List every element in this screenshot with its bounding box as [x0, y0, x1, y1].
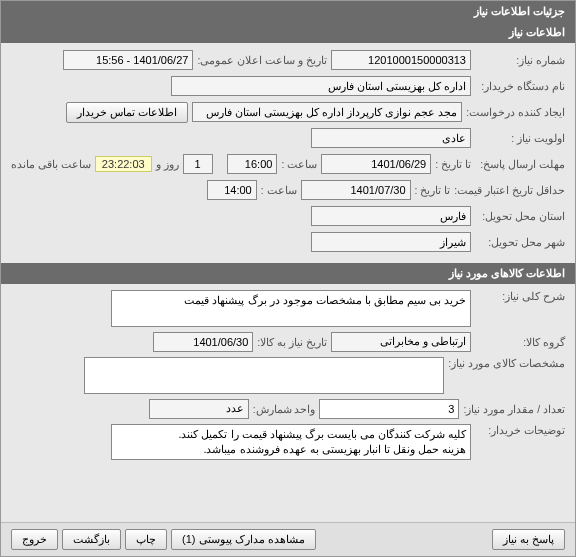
attachments-button[interactable]: مشاهده مدارک پیوستی (1): [171, 529, 316, 550]
section2-body: شرح کلی نیاز: گروه کالا: تاریخ نیاز به ک…: [1, 284, 575, 522]
spec-field[interactable]: [84, 357, 444, 394]
days-remaining-field: [183, 154, 213, 174]
group-label: گروه کالا:: [475, 336, 565, 348]
announce-label: تاریخ و ساعت اعلان عمومی:: [197, 54, 327, 66]
province-field: [311, 206, 471, 226]
countdown-time: 23:22:03: [95, 156, 152, 172]
titlebar: جزئیات اطلاعات نیاز: [1, 1, 575, 22]
req-no-label: شماره نیاز:: [475, 54, 565, 66]
bottom-bar: خروج بازگشت چاپ مشاهده مدارک پیوستی (1) …: [1, 522, 575, 556]
deadline-label: مهلت ارسال پاسخ:: [475, 158, 565, 170]
creator-label: ایجاد کننده درخواست:: [466, 106, 565, 118]
announce-field: [63, 50, 193, 70]
city-field: [311, 232, 471, 252]
item-date-field: [153, 332, 253, 352]
deadline-date-field: [321, 154, 431, 174]
back-button[interactable]: بازگشت: [62, 529, 121, 550]
desc-field[interactable]: [111, 290, 471, 327]
section2-header: اطلاعات کالاهای مورد نیاز: [1, 263, 575, 284]
province-label: استان محل تحویل:: [475, 210, 565, 222]
qty-label: تعداد / مقدار مورد نیاز:: [463, 403, 565, 415]
unit-label: واحد شمارش:: [253, 403, 316, 415]
contact-buyer-button[interactable]: اطلاعات تماس خریدار: [66, 102, 188, 123]
print-button[interactable]: چاپ: [125, 529, 167, 550]
spec-label: مشخصات کالای مورد نیاز:: [448, 357, 565, 369]
validity-time-field: [207, 180, 257, 200]
validity-label: حداقل تاریخ اعتبار قیمت:: [454, 184, 565, 196]
notes-label: توضیحات خریدار:: [475, 424, 565, 436]
group-field: [331, 332, 471, 352]
deadline-time-field: [227, 154, 277, 174]
priority-field: [311, 128, 471, 148]
remain-label: ساعت باقی مانده: [11, 158, 91, 170]
priority-label: اولویت نیاز :: [475, 132, 565, 144]
unit-field: [149, 399, 249, 419]
buyer-label: نام دستگاه خریدار:: [475, 80, 565, 92]
section1-header: اطلاعات نیاز: [1, 22, 575, 43]
respond-button[interactable]: پاسخ به نیاز: [492, 529, 565, 550]
buyer-field: [171, 76, 471, 96]
notes-field[interactable]: [111, 424, 471, 461]
exit-button[interactable]: خروج: [11, 529, 58, 550]
to-date-label-1: تا تاریخ :: [435, 158, 471, 170]
time-label-2: ساعت :: [261, 184, 297, 196]
item-date-label: تاریخ نیاز به کالا:: [257, 336, 327, 348]
days-label: روز و: [156, 158, 179, 170]
to-date-label-2: تا تاریخ :: [415, 184, 451, 196]
req-no-field: [331, 50, 471, 70]
section1-body: شماره نیاز: تاریخ و ساعت اعلان عمومی: نا…: [1, 43, 575, 263]
creator-field: [192, 102, 462, 122]
time-label-1: ساعت :: [281, 158, 317, 170]
validity-date-field: [301, 180, 411, 200]
qty-field[interactable]: [319, 399, 459, 419]
city-label: شهر محل تحویل:: [475, 236, 565, 248]
desc-label: شرح کلی نیاز:: [475, 290, 565, 302]
